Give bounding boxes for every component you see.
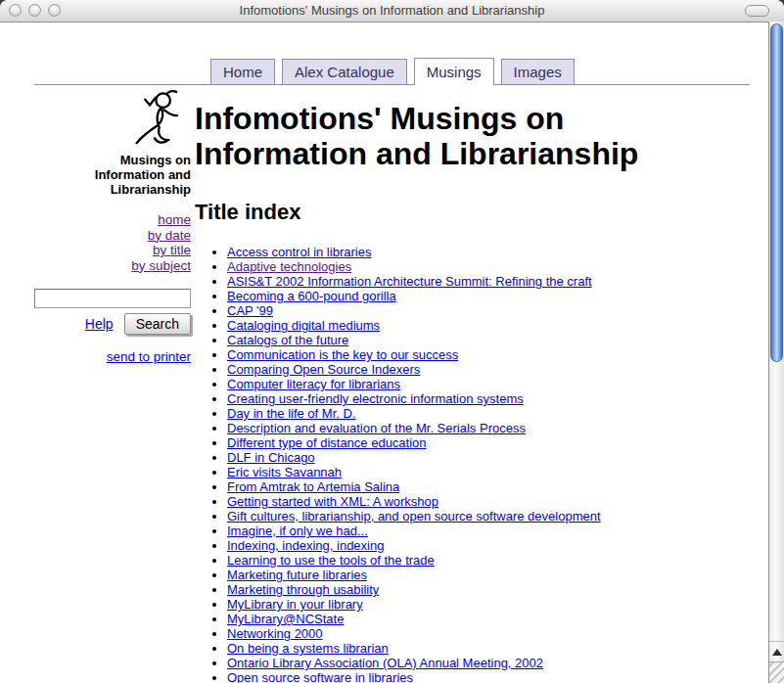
search-row: Help Search — [34, 313, 191, 335]
list-item: Comparing Open Source Indexers — [227, 362, 743, 377]
list-item: Ontario Library Association (OLA) Annual… — [227, 656, 743, 670]
title-link[interactable]: ASIS&T 2002 Information Architecture Sum… — [227, 274, 592, 289]
title-link[interactable]: MyLibrary@NCState — [227, 612, 344, 626]
title-link[interactable]: Ontario Library Association (OLA) Annual… — [227, 656, 543, 670]
list-item: Learning to use the tools of the trade — [227, 553, 743, 568]
title-link[interactable]: Getting started with XML: A workshop — [227, 494, 438, 509]
title-link[interactable]: Day in the life of Mr. D. — [227, 406, 356, 421]
section-title: Title index — [195, 200, 743, 224]
list-item: Marketing through usability — [227, 582, 743, 597]
arrow-up-icon — [772, 649, 782, 656]
title-link[interactable]: Networking 2000 — [227, 626, 323, 641]
search-button[interactable]: Search — [124, 313, 191, 335]
list-item: Gift cultures, librarianship, and open s… — [227, 509, 743, 524]
title-link[interactable]: On being a systems librarian — [227, 641, 389, 656]
tab-alex-catalogue[interactable]: Alex Catalogue — [282, 59, 407, 84]
title-link[interactable]: CAP '99 — [227, 303, 273, 318]
sidebar-link-by-title[interactable]: by title — [34, 243, 191, 258]
title-link[interactable]: Comparing Open Source Indexers — [227, 362, 420, 377]
list-item: Open source software in libraries — [227, 670, 743, 683]
list-item: Eric visits Savannah — [227, 465, 743, 479]
tab-images[interactable]: Images — [501, 59, 575, 84]
list-item: Marketing future libraries — [227, 568, 743, 582]
title-link[interactable]: Different type of distance education — [227, 435, 427, 450]
site-name: Musings on Information and Librarianship — [89, 153, 191, 197]
title-link[interactable]: Eric visits Savannah — [227, 465, 342, 479]
window-resize-grip[interactable] — [769, 661, 784, 683]
list-item: Cataloging digital mediums — [227, 318, 743, 333]
title-link[interactable]: Becoming a 600-pound gorilla — [227, 289, 396, 303]
scroll-up-button[interactable] — [769, 641, 784, 662]
list-item: Becoming a 600-pound gorilla — [227, 289, 743, 303]
list-item: On being a systems librarian — [227, 641, 743, 656]
sidebar-link-home[interactable]: home — [34, 212, 191, 228]
list-item: Different type of distance education — [227, 435, 743, 450]
list-item: Adaptive technologies — [227, 259, 743, 274]
list-item: Access control in libraries — [227, 245, 743, 259]
title-link[interactable]: Marketing through usability — [227, 582, 379, 597]
list-item: Day in the life of Mr. D. — [227, 406, 743, 421]
title-link[interactable]: Indexing, indexing, indexing — [227, 538, 384, 553]
list-item: MyLibrary in your library — [227, 597, 743, 612]
list-item: Communication is the key to our success — [227, 347, 743, 362]
title-link[interactable]: Imagine, if only we had... — [227, 524, 368, 538]
title-link[interactable]: Computer literacy for librarians — [227, 377, 400, 391]
title-link[interactable]: Description and evaluation of the Mr. Se… — [227, 421, 526, 435]
main-content: Infomotions' Musings on Information and … — [195, 101, 743, 683]
title-link[interactable]: Adaptive technologies — [227, 259, 351, 274]
window-titlebar[interactable]: Infomotions' Musings on Information and … — [0, 0, 784, 23]
sidebar-nav: homeby dateby titleby subject — [34, 212, 191, 273]
title-link[interactable]: Access control in libraries — [227, 245, 371, 259]
list-item: ASIS&T 2002 Information Architecture Sum… — [227, 274, 743, 289]
list-item: DLF in Chicago — [227, 450, 743, 465]
title-link[interactable]: Marketing future libraries — [227, 568, 367, 582]
tab-home[interactable]: Home — [210, 59, 275, 84]
logo-wrap — [34, 90, 191, 147]
title-link[interactable]: Open source software in libraries — [227, 670, 413, 683]
title-link[interactable]: Communication is the key to our success — [227, 347, 458, 362]
title-link[interactable]: DLF in Chicago — [227, 450, 315, 465]
send-to-printer-link[interactable]: send to printer — [107, 349, 191, 364]
title-list: Access control in librariesAdaptive tech… — [195, 245, 743, 683]
list-item: From Amtrak to Artemia Salina — [227, 479, 743, 494]
list-item: Networking 2000 — [227, 626, 743, 641]
sidebar-link-by-date[interactable]: by date — [34, 228, 191, 244]
title-link[interactable]: From Amtrak to Artemia Salina — [227, 479, 399, 494]
sidebar: Musings on Information and Librarianship… — [34, 90, 191, 364]
title-link[interactable]: Cataloging digital mediums — [227, 318, 380, 333]
list-item: Imagine, if only we had... — [227, 524, 743, 538]
list-item: Computer literacy for librarians — [227, 377, 743, 391]
print-row: send to printer — [34, 349, 191, 364]
list-item: Indexing, indexing, indexing — [227, 538, 743, 553]
list-item: Description and evaluation of the Mr. Se… — [227, 421, 743, 435]
list-item: MyLibrary@NCState — [227, 612, 743, 626]
title-link[interactable]: Gift cultures, librarianship, and open s… — [227, 509, 601, 524]
browser-window: Infomotions' Musings on Information and … — [0, 0, 784, 683]
title-link[interactable]: Catalogs of the future — [227, 333, 348, 347]
list-item: Catalogs of the future — [227, 333, 743, 347]
vertical-scrollbar[interactable] — [768, 22, 784, 683]
tab-musings[interactable]: Musings — [414, 58, 494, 85]
list-item: Getting started with XML: A workshop — [227, 494, 743, 509]
title-link[interactable]: Creating user-friendly electronic inform… — [227, 391, 524, 406]
tab-bar: HomeAlex CatalogueMusingsImages — [34, 58, 750, 85]
page-title: Infomotions' Musings on Information and … — [195, 101, 704, 171]
help-link[interactable]: Help — [85, 316, 114, 332]
sidebar-link-by-subject[interactable]: by subject — [34, 258, 191, 274]
title-link[interactable]: MyLibrary in your library — [227, 597, 363, 612]
tab-strip: HomeAlex CatalogueMusingsImages — [210, 58, 750, 84]
scrollbar-thumb[interactable] — [770, 23, 783, 362]
toolbar-toggle-icon[interactable] — [745, 5, 769, 17]
list-item: Creating user-friendly electronic inform… — [227, 391, 743, 406]
list-item: CAP '99 — [227, 303, 743, 318]
search-input[interactable] — [34, 289, 191, 308]
window-title: Infomotions' Musings on Information and … — [0, 0, 784, 22]
title-link[interactable]: Learning to use the tools of the trade — [227, 553, 435, 568]
dancing-figure-icon — [124, 90, 181, 147]
